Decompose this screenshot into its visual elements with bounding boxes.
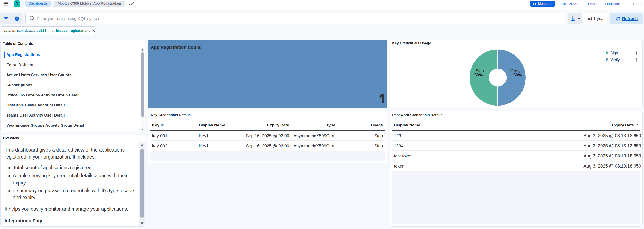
svg-text:50%: 50%	[513, 73, 522, 77]
svg-text:Verify: Verify	[510, 68, 520, 73]
svg-text:50%: 50%	[474, 73, 483, 77]
svg-text:Sign: Sign	[476, 68, 484, 73]
